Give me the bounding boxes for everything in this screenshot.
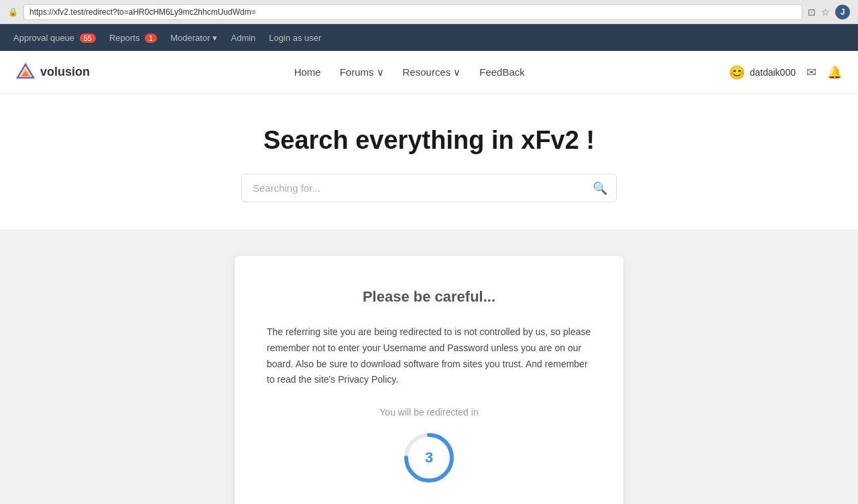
reports-link[interactable]: Reports 1 bbox=[109, 33, 157, 43]
admin-bar: Approval queue 55 Reports 1 Moderator ▾ … bbox=[0, 24, 858, 51]
lock-icon: 🔒 bbox=[8, 7, 18, 17]
avatar-letter: J bbox=[841, 7, 845, 17]
approval-queue-link[interactable]: Approval queue 55 bbox=[13, 33, 96, 43]
moderator-label: Moderator bbox=[170, 33, 210, 43]
redirect-text: You will be redirected in bbox=[267, 407, 591, 418]
approval-queue-label: Approval queue bbox=[13, 33, 74, 43]
warning-title: Please be careful... bbox=[267, 288, 591, 306]
address-bar[interactable]: https://xfv2.test/redirect?to=aHR0cHM6Ly… bbox=[23, 4, 802, 20]
search-title: Search everything in xFv2 ! bbox=[16, 126, 842, 155]
bell-icon[interactable]: 🔔 bbox=[827, 65, 842, 80]
search-input[interactable] bbox=[241, 174, 617, 202]
warning-card: Please be careful... The referring site … bbox=[235, 256, 623, 504]
nav-links: Home Forums ∨ Resources ∨ FeedBack bbox=[294, 66, 525, 78]
moderator-dropdown[interactable]: Moderator ▾ bbox=[170, 33, 217, 43]
login-as-user-link[interactable]: Login as user bbox=[269, 33, 321, 43]
forums-label: Forums bbox=[340, 66, 374, 78]
main-nav: volusion Home Forums ∨ Resources ∨ FeedB… bbox=[0, 51, 858, 94]
logo-text: volusion bbox=[40, 65, 90, 79]
content-area: Please be careful... The referring site … bbox=[0, 229, 858, 504]
nav-home[interactable]: Home bbox=[294, 66, 321, 78]
countdown-circle: 3 bbox=[402, 431, 456, 485]
username-label: datdaik000 bbox=[749, 67, 796, 78]
warning-body: The referring site you are being redirec… bbox=[267, 324, 591, 388]
bookmark-icon[interactable]: ☆ bbox=[821, 7, 830, 17]
countdown-container: 3 bbox=[267, 431, 591, 485]
user-info[interactable]: 😊 datdaik000 bbox=[729, 64, 796, 80]
nav-forums[interactable]: Forums ∨ bbox=[340, 66, 384, 78]
url-text: https://xfv2.test/redirect?to=aHR0cHM6Ly… bbox=[29, 7, 256, 17]
browser-chrome: 🔒 https://xfv2.test/redirect?to=aHR0cHM6… bbox=[0, 0, 858, 24]
logo-icon bbox=[16, 63, 35, 82]
nav-feedback[interactable]: FeedBack bbox=[479, 66, 525, 78]
resources-chevron-icon: ∨ bbox=[453, 66, 461, 78]
screenshot-icon[interactable]: ⊡ bbox=[808, 7, 816, 17]
nav-resources[interactable]: Resources ∨ bbox=[403, 66, 461, 78]
approval-queue-badge: 55 bbox=[80, 34, 96, 43]
countdown-number: 3 bbox=[425, 449, 433, 466]
admin-label: Admin bbox=[231, 33, 255, 43]
search-box: 🔍 bbox=[241, 174, 617, 202]
resources-label: Resources bbox=[403, 66, 451, 78]
login-as-user-label: Login as user bbox=[269, 33, 321, 43]
forums-chevron-icon: ∨ bbox=[377, 66, 384, 78]
browser-actions: ⊡ ☆ J bbox=[808, 5, 850, 19]
search-section: Search everything in xFv2 ! 🔍 bbox=[0, 94, 858, 229]
profile-avatar[interactable]: J bbox=[835, 5, 850, 19]
user-emoji-icon: 😊 bbox=[729, 64, 745, 80]
site-logo[interactable]: volusion bbox=[16, 63, 90, 82]
admin-link[interactable]: Admin bbox=[231, 33, 255, 43]
reports-label: Reports bbox=[109, 33, 140, 43]
chevron-down-icon: ▾ bbox=[212, 33, 217, 43]
nav-right: 😊 datdaik000 ✉ 🔔 bbox=[729, 64, 842, 80]
reports-badge: 1 bbox=[145, 34, 157, 43]
search-icon: 🔍 bbox=[593, 181, 607, 196]
mail-icon[interactable]: ✉ bbox=[806, 65, 816, 80]
